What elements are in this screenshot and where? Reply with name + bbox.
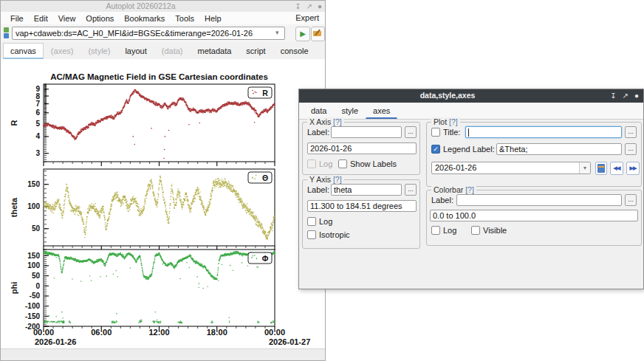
tab-console[interactable]: console (273, 43, 316, 59)
svg-text:Θ: Θ (262, 173, 268, 182)
svg-text:12:00: 12:00 (148, 328, 169, 337)
window-menu-icon[interactable]: ● (634, 89, 639, 103)
x-axis-group: X Axis [?] Label: ... ✓ Log ✓ Show Label… (302, 122, 420, 175)
svg-text:phi: phi (10, 282, 18, 295)
svg-text:-100: -100 (25, 302, 40, 310)
plot-title-checkbox[interactable]: ✓ (431, 128, 440, 137)
calendar-button[interactable] (595, 162, 607, 175)
go-button[interactable]: ▶ (295, 27, 310, 41)
svg-text:100: 100 (27, 261, 40, 269)
colorbar-visible-label: Visible (483, 226, 507, 235)
plot-legend: Plot (434, 117, 447, 126)
chevron-down-icon[interactable]: ▾ (579, 162, 590, 173)
tab-canvas[interactable]: canvas (3, 43, 44, 59)
x-label-caption: Label: (307, 128, 329, 137)
pin-icon[interactable]: ↧ (610, 89, 616, 103)
expert-menu[interactable]: Expert (295, 13, 319, 22)
dialog-tab-style[interactable]: style (334, 103, 366, 119)
svg-text:150: 150 (27, 180, 40, 188)
tab-layout[interactable]: layout (117, 43, 154, 59)
address-row: ▾ ▶ (1, 24, 325, 43)
tab-axes[interactable]: (axes) (44, 43, 81, 59)
y-axis-group: Y Axis [?] Label: ... ✓ Log ✓ Isotropic (302, 179, 420, 249)
timerange-combobox[interactable]: 2026-01-26 ▾ (431, 162, 591, 174)
menu-view[interactable]: View (53, 14, 81, 23)
menu-tools[interactable]: Tools (170, 14, 199, 23)
colorbar-log-checkbox[interactable]: ✓ (431, 226, 440, 235)
x-log-checkbox[interactable]: ✓ (307, 159, 316, 168)
charts-svg: AC/MAG Magnetic Field in GSE Cartesian c… (1, 59, 326, 350)
y-log-label: Log (319, 217, 332, 226)
window-menu-icon[interactable]: ● (318, 1, 322, 12)
tab-metadata[interactable]: metadata (190, 43, 239, 59)
detach-icon[interactable]: ↗ (623, 89, 628, 103)
x-show-labels-checkbox[interactable]: ✓ (338, 159, 347, 168)
legend-label-input[interactable] (496, 143, 622, 155)
y-label-editor-button[interactable]: ... (405, 184, 417, 196)
svg-text:00:00: 00:00 (33, 328, 54, 337)
plot-title-input[interactable] (465, 126, 622, 138)
next-interval-button[interactable]: ▶▶ (626, 162, 640, 175)
y-isotropic-checkbox[interactable]: ✓ (307, 230, 316, 239)
desktop: Autoplot 20260212a ↧ ↗ ● FileEditViewOpt… (0, 0, 644, 361)
colorbar-visible-checkbox[interactable]: ✓ (471, 226, 480, 235)
svg-text:4: 4 (35, 132, 40, 140)
detach-icon[interactable]: ↗ (306, 1, 312, 12)
plot-canvas[interactable]: AC/MAG Magnetic Field in GSE Cartesian c… (1, 59, 325, 350)
plot-help-link[interactable]: [?] (449, 117, 458, 126)
colorbar-label-editor-button[interactable]: ... (625, 194, 637, 206)
menu-file[interactable]: File (5, 14, 29, 23)
menu-options[interactable]: Options (80, 14, 119, 23)
x-axis-legend: X Axis (309, 117, 331, 126)
plot-title-caption: Title: (443, 128, 460, 137)
colorbar-log-label: Log (443, 226, 456, 235)
colorbar-help-link[interactable]: [?] (465, 185, 474, 194)
dialog-tab-bar: datastyleaxes (299, 103, 643, 120)
svg-text:150: 150 (27, 252, 40, 260)
dialog-tab-data[interactable]: data (304, 103, 334, 119)
dialog-tab-axes[interactable]: axes (366, 103, 397, 119)
y-axis-help-link[interactable]: [?] (333, 175, 342, 184)
y-axis-legend: Y Axis (309, 175, 331, 184)
status-bar (1, 348, 325, 360)
legend-label-checkbox[interactable]: ✓ (431, 145, 440, 154)
svg-text:6: 6 (35, 109, 40, 117)
colorbar-range-input[interactable] (430, 210, 638, 221)
menu-bar: FileEditViewOptionsBookmarksToolsHelp Ex… (1, 12, 325, 25)
svg-text:100: 100 (27, 202, 40, 210)
legend-label-editor-button[interactable]: ... (625, 143, 637, 155)
menu-edit[interactable]: Edit (29, 14, 53, 23)
menu-bookmarks[interactable]: Bookmarks (119, 14, 170, 23)
dialog-titlebar[interactable]: data,style,axes ↧ ↗ ● (299, 89, 643, 103)
datasource-icon (4, 27, 10, 39)
y-log-checkbox[interactable]: ✓ (307, 217, 316, 226)
svg-text:Φ: Φ (262, 254, 269, 263)
svg-text:18:00: 18:00 (207, 328, 227, 337)
x-axis-help-link[interactable]: [?] (333, 117, 342, 126)
x-label-editor-button[interactable]: ... (405, 126, 417, 138)
timerange-value: 2026-01-26 (435, 163, 476, 172)
y-range-input[interactable] (307, 200, 417, 212)
tab-script[interactable]: script (239, 43, 273, 59)
address-input[interactable] (12, 27, 285, 40)
axes-dialog: data,style,axes ↧ ↗ ● datastyleaxes X Ax… (298, 89, 644, 289)
menu-help[interactable]: Help (199, 14, 227, 23)
svg-text:R: R (10, 120, 18, 126)
autoplot-window: Autoplot 20260212a ↧ ↗ ● FileEditViewOpt… (0, 0, 326, 361)
previous-interval-button[interactable]: ◀◀ (610, 162, 623, 175)
window-title: Autoplot 20260212a (1, 1, 281, 10)
y-label-input[interactable] (331, 184, 402, 196)
tab-style[interactable]: (style) (80, 43, 117, 59)
main-titlebar[interactable]: Autoplot 20260212a ↧ ↗ ● (1, 1, 325, 13)
address-dropdown-icon[interactable]: ▾ (275, 29, 279, 36)
x-label-input[interactable] (331, 126, 402, 138)
colorbar-label-input[interactable] (456, 194, 622, 206)
dialog-title: data,style,axes (299, 91, 596, 100)
x-range-input[interactable] (307, 142, 417, 154)
tab-data[interactable]: (data) (154, 43, 191, 59)
svg-text:5: 5 (35, 120, 40, 128)
open-file-button[interactable] (311, 27, 325, 41)
svg-text:theta: theta (10, 197, 18, 217)
plot-title-editor-button[interactable]: ... (625, 126, 637, 138)
pin-icon[interactable]: ↧ (295, 1, 301, 12)
